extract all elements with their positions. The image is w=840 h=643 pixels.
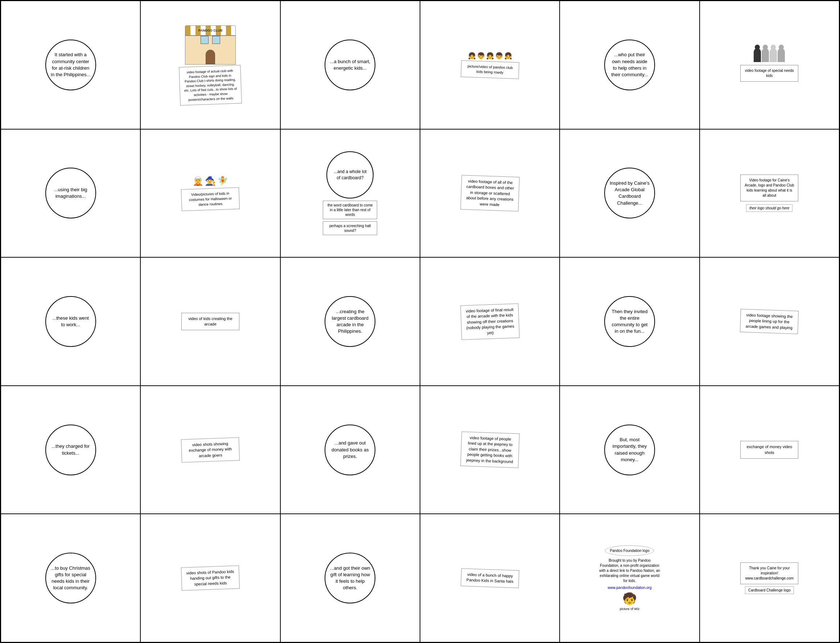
cell-r2c2: ...creating the largest cardboard arcade… <box>280 257 420 386</box>
circle-r1c0: ...using their big imaginations... <box>46 168 96 219</box>
circle-r3c2: ...and gave out donated books as prizes. <box>325 424 375 475</box>
building-door <box>206 50 215 64</box>
circle-r3c0: ...they charged for tickets... <box>46 424 96 475</box>
cell-r1c0: ...using their big imaginations... <box>1 129 140 258</box>
cardboard-notes: the word cardboard to come in a little l… <box>323 201 377 235</box>
cell-r0c3: 👧 👦 👧 👦 👧 picture/video of pandoo club k… <box>420 1 560 129</box>
costume-kids: 🧝 🧙 🧚 <box>192 176 228 186</box>
cell-r0c4: ...who put their own needs aside to help… <box>560 1 699 129</box>
cell-r1c5: Video footage for Caine's Arcade, logo a… <box>700 129 839 258</box>
foundation-area: Pandoo Foundation logo Brought to you by… <box>599 545 661 590</box>
cell-r3c4: But, most importantly, they raised enoug… <box>560 386 699 514</box>
cell-r4c1: video shots of Pandoo kids handing out g… <box>140 514 280 642</box>
cell-r0c1: PANDOO CLUB video footage of actual club… <box>140 1 280 129</box>
wiz-area: 🧒 picture of Wiz <box>620 592 640 611</box>
cell-r1c3: video footage of all of the cardboard bo… <box>420 129 560 258</box>
building-illustration: PANDOO CLUB <box>181 25 239 65</box>
silhouettes-caption: video footage of special needs kids <box>740 65 798 82</box>
costume-figure-2: 🧙 <box>205 176 216 186</box>
cell-r4c0: ...to buy Christmas gifts for special ne… <box>1 514 140 642</box>
cell-r4c3: video of a bunch of happy Pandoo Kids in… <box>420 514 560 642</box>
kid-1: 👧 <box>468 52 476 60</box>
kids-creating-caption: video of kids creating the arcade <box>181 313 239 331</box>
cell-r3c5: exchange of money video shots <box>700 386 839 514</box>
exchange-money-video-caption: exchange of money video shots <box>740 441 798 459</box>
thankyou-area: Thank you Caine for your inspiration! ww… <box>740 563 798 594</box>
window-left <box>200 36 208 44</box>
costume-figures: 🧝 🧙 🧚 <box>192 176 228 186</box>
cardboard-boxes-caption: video footage of all of the cardboard bo… <box>460 175 519 211</box>
thankyou-text: Thank you Caine for your inspiration! ww… <box>740 563 798 584</box>
circle-r0c4: ...who put their own needs aside to help… <box>604 39 655 90</box>
kid-4: 👦 <box>495 52 503 60</box>
circle-r0c2: ...a bunch of smart, energetic kids... <box>325 39 375 90</box>
cell-r4c4: Pandoo Foundation logo Brought to you by… <box>560 514 699 642</box>
circle-r0c0: It started with a community center for a… <box>46 39 96 90</box>
kid-2: 👦 <box>477 52 485 60</box>
cell-r2c5: video footage showing the people lining … <box>700 257 839 386</box>
window-right <box>212 36 220 44</box>
cell-r0c5: video footage of special needs kids <box>700 1 839 129</box>
jeepney-caption: video footage of people lined up at the … <box>460 431 519 468</box>
cell-r1c4: Inspired by Caine's Arcade Global Cardbo… <box>560 129 699 258</box>
circle-r1c4: Inspired by Caine's Arcade Global Cardbo… <box>604 168 655 219</box>
circle-r2c4: Then they invited the entire community t… <box>604 296 655 347</box>
exchange-money-caption: video shots showing exchange of money wi… <box>181 437 240 463</box>
happy-kids-caption: video of a bunch of happy Pandoo Kids in… <box>461 568 519 588</box>
arcade-result-caption: video footage of final result of the arc… <box>460 304 519 339</box>
silhouette-gray <box>762 48 769 62</box>
silhouettes <box>754 48 785 62</box>
silhouette-gray2 <box>778 48 785 62</box>
foundation-body: Brought to you by Pandoo Foundation, a n… <box>599 558 661 584</box>
wiz-icon: 🧒 <box>622 592 637 605</box>
kids-group: 👧 👦 👧 👦 👧 picture/video of pandoo club k… <box>461 52 519 78</box>
cell-r3c1: video shots showing exchange of money wi… <box>140 386 280 514</box>
lining-up-caption: video footage showing the people lining … <box>740 309 799 334</box>
kid-5: 👧 <box>504 52 512 60</box>
silhouette-group <box>754 48 785 62</box>
cell-r0c0: It started with a community center for a… <box>1 1 140 129</box>
note-1: the word cardboard to come in a little l… <box>323 201 377 219</box>
circle-r2c2: ...creating the largest cardboard arcade… <box>325 296 375 347</box>
cell-r0c2: ...a bunch of smart, energetic kids... <box>280 1 420 129</box>
silhouette-light <box>770 48 777 62</box>
building-caption: video footage of actual club with Pandoo… <box>179 65 242 106</box>
silhouette-dark <box>754 48 761 62</box>
building-awning: PANDOO CLUB <box>185 25 236 36</box>
foundation-oval-logo: Pandoo Foundation logo <box>605 545 654 556</box>
circle-r4c0: ...to buy Christmas gifts for special ne… <box>46 553 96 604</box>
kids-caption: picture/video of pandoo club kids being … <box>461 60 519 79</box>
cell-r2c3: video footage of final result of the arc… <box>420 257 560 386</box>
cell-r4c5: Thank you Caine for your inspiration! ww… <box>700 514 839 642</box>
cell-r2c1: video of kids creating the arcade <box>140 257 280 386</box>
note-2: perhaps a screeching halt sound? <box>323 221 377 235</box>
cell-r3c3: video footage of people lined up at the … <box>420 386 560 514</box>
caines-caption: Video footage for Caine's Arcade, logo a… <box>740 175 798 201</box>
building-front <box>185 36 236 65</box>
cell-r3c2: ...and gave out donated books as prizes. <box>280 386 420 514</box>
costume-figure-1: 🧝 <box>192 176 203 186</box>
storyboard-grid: It started with a community center for a… <box>0 0 840 643</box>
cell-r1c1: 🧝 🧙 🧚 Video/pictures of kids in costumes… <box>140 129 280 258</box>
costume-figure-3: 🧚 <box>217 176 228 186</box>
cell-r4c2: ...and got their own gift of learning ho… <box>280 514 420 642</box>
foundation-url: www.pandoofoundation.org <box>607 586 651 590</box>
gifts-caption: video shots of Pandoo kids handing out g… <box>181 565 240 591</box>
cell-r3c0: ...they charged for tickets... <box>1 386 140 514</box>
circle-r4c2: ...and got their own gift of learning ho… <box>325 553 375 604</box>
building-windows <box>200 36 220 44</box>
costumes-caption: Video/pictures of kids in costumes for H… <box>181 188 240 212</box>
kids-figures: 👧 👦 👧 👦 👧 <box>468 52 512 60</box>
caines-logo-placeholder: their logo should go here <box>746 204 793 212</box>
kid-3: 👧 <box>486 52 494 60</box>
cell-r2c4: Then they invited the entire community t… <box>560 257 699 386</box>
circle-r2c0: ...these kids went to work... <box>46 296 96 347</box>
wiz-label: picture of Wiz <box>620 607 640 611</box>
circle-r1c2: ...and a whole lot of cardboard? <box>326 151 374 199</box>
cardboard-logo-box: Cardboard Challenge logo <box>745 586 794 594</box>
cell-r1c2: ...and a whole lot of cardboard? the wor… <box>280 129 420 258</box>
circle-r3c4: But, most importantly, they raised enoug… <box>604 424 655 475</box>
cell-r2c0: ...these kids went to work... <box>1 257 140 386</box>
